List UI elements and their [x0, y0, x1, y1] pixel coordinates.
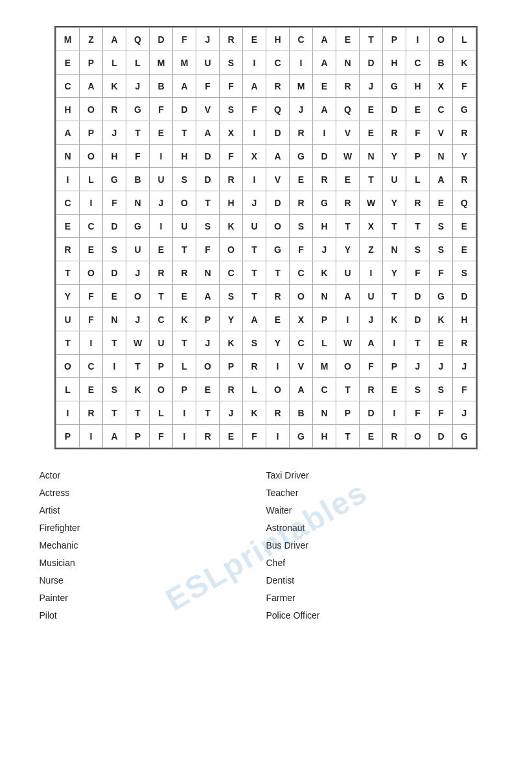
cell: D — [360, 401, 383, 425]
word-item: Teacher — [266, 486, 493, 500]
cell: E — [406, 98, 430, 121]
cell: D — [266, 191, 290, 215]
cell: R — [103, 98, 126, 121]
cell: N — [430, 145, 453, 168]
cell: O — [126, 285, 150, 308]
cell: Y — [383, 261, 406, 285]
cell: R — [313, 168, 336, 191]
cell: O — [150, 378, 173, 401]
cell: U — [150, 331, 173, 355]
cell: T — [150, 285, 173, 308]
cell: T — [196, 191, 220, 215]
cell: R — [336, 191, 360, 215]
cell: V — [290, 355, 313, 378]
cell: T — [56, 331, 80, 355]
cell: T — [360, 168, 383, 191]
cell: F — [80, 285, 103, 308]
cell: C — [80, 355, 103, 378]
cell: C — [290, 28, 313, 51]
cell: N — [103, 308, 126, 331]
cell: S — [453, 261, 476, 285]
cell: H — [56, 98, 80, 121]
cell: E — [430, 191, 453, 215]
cell: G — [453, 98, 476, 121]
cell: Y — [56, 285, 80, 308]
cell: I — [56, 401, 80, 425]
cell: I — [103, 355, 126, 378]
cell: D — [313, 145, 336, 168]
cell: Q — [336, 98, 360, 121]
cell: B — [290, 401, 313, 425]
cell: U — [383, 168, 406, 191]
cell: E — [80, 378, 103, 401]
cell: R — [290, 191, 313, 215]
cell: F — [173, 28, 196, 51]
cell: L — [406, 168, 430, 191]
cell: O — [80, 98, 103, 121]
word-item: Nurse — [40, 574, 266, 587]
cell: E — [360, 121, 383, 145]
cell: S — [220, 51, 243, 75]
cell: T — [243, 238, 266, 261]
cell: U — [126, 238, 150, 261]
cell: X — [360, 215, 383, 238]
cell: A — [266, 145, 290, 168]
cell: S — [430, 238, 453, 261]
word-item: Artist — [40, 504, 266, 517]
cell: G — [266, 238, 290, 261]
cell: W — [336, 331, 360, 355]
cell: T — [56, 261, 80, 285]
cell: Q — [266, 98, 290, 121]
word-item: Bus Driver — [266, 539, 493, 552]
cell: R — [220, 378, 243, 401]
word-item: Firefighter — [40, 521, 266, 535]
cell: D — [103, 215, 126, 238]
cell: P — [80, 121, 103, 145]
cell: J — [430, 355, 453, 378]
cell: L — [103, 51, 126, 75]
puzzle-grid: MZAQDFJREHCAETPIOLEPLLMMUSICIANDHCBKCAKJ… — [56, 27, 476, 448]
cell: T — [103, 331, 126, 355]
cell: G — [430, 285, 453, 308]
cell: Q — [126, 28, 150, 51]
cell: J — [360, 308, 383, 331]
cell: B — [126, 168, 150, 191]
cell: E — [430, 331, 453, 355]
cell: M — [150, 51, 173, 75]
cell: N — [56, 145, 80, 168]
cell: R — [266, 75, 290, 98]
cell: S — [290, 215, 313, 238]
cell: F — [290, 238, 313, 261]
cell: I — [406, 28, 430, 51]
word-list-left: ActorActressArtistFirefighterMechanicMus… — [40, 469, 266, 622]
cell: I — [266, 425, 290, 448]
word-list-section: ActorActressArtistFirefighterMechanicMus… — [40, 469, 493, 622]
cell: G — [290, 145, 313, 168]
cell: N — [126, 191, 150, 215]
cell: C — [406, 51, 430, 75]
cell: C — [313, 378, 336, 401]
cell: G — [126, 98, 150, 121]
cell: H — [103, 145, 126, 168]
cell: T — [126, 401, 150, 425]
cell: V — [196, 98, 220, 121]
cell: R — [453, 331, 476, 355]
cell: I — [266, 355, 290, 378]
cell: J — [150, 191, 173, 215]
cell: D — [196, 168, 220, 191]
cell: O — [220, 238, 243, 261]
cell: E — [243, 28, 266, 51]
cell: T — [196, 401, 220, 425]
cell: T — [266, 261, 290, 285]
cell: X — [290, 308, 313, 331]
cell: R — [266, 285, 290, 308]
cell: J — [220, 401, 243, 425]
word-item: Actress — [40, 486, 266, 500]
cell: Q — [453, 191, 476, 215]
cell: U — [150, 168, 173, 191]
cell: J — [126, 75, 150, 98]
cell: F — [243, 425, 266, 448]
cell: L — [313, 331, 336, 355]
cell: D — [360, 51, 383, 75]
word-search-puzzle: MZAQDFJREHCAETPIOLEPLLMMUSICIANDHCBKCAKJ… — [54, 26, 478, 449]
